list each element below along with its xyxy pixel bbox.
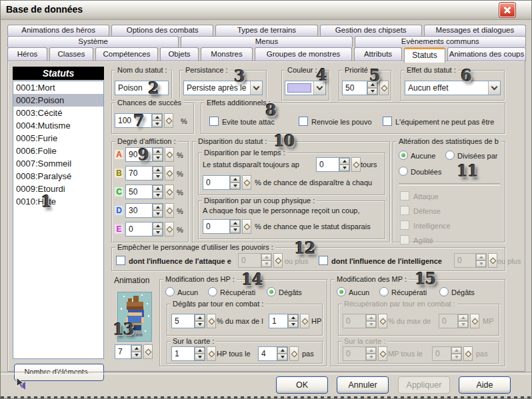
radio-doublees[interactable] [399, 167, 408, 176]
spin-up-button[interactable] [153, 204, 163, 210]
spin-down-button[interactable] [153, 173, 163, 180]
spin-up-button[interactable] [195, 314, 205, 321]
spin-extra-button[interactable] [351, 157, 361, 172]
reflect-skills-checkbox[interactable] [299, 117, 308, 126]
tab-groupes-de-monstres[interactable]: Groupes de monstres [255, 47, 352, 61]
spin-down-button[interactable] [153, 210, 163, 217]
spin-up-button[interactable] [153, 185, 163, 192]
spin-extra-button[interactable] [207, 314, 216, 328]
spin-down-button[interactable] [153, 192, 163, 199]
spin-extra-button[interactable] [164, 113, 173, 128]
hp-map-steps-value[interactable]: 4 [258, 346, 277, 361]
spin-extra-button[interactable] [165, 147, 174, 162]
hp-map-steps-spinner[interactable]: 4 [258, 346, 299, 361]
mp-flat-spinner-disabled[interactable]: 0 [439, 314, 479, 328]
spin-extra-button[interactable] [470, 314, 479, 328]
spin-down-button[interactable] [261, 260, 271, 267]
spin-extra-button[interactable] [165, 203, 174, 218]
rank-d-spinner[interactable]: 30 [125, 203, 174, 218]
spin-extra-button[interactable] [488, 253, 497, 268]
status-list[interactable]: 0001:Mort 0002:Poison 0003:Cécité 0004:M… [13, 81, 104, 359]
spin-down-button[interactable] [230, 226, 240, 233]
spin-up-button[interactable] [195, 347, 205, 354]
chance-per-turn-spinner[interactable]: 0 [203, 175, 251, 190]
hp-radio-degats[interactable] [267, 287, 276, 296]
status-name-input[interactable]: Poison [115, 81, 169, 95]
animation-id-spinner[interactable]: 7 [115, 344, 153, 359]
tab-menus[interactable]: Menus [181, 36, 352, 47]
list-item[interactable]: 0005:Furie [13, 132, 103, 145]
spin-extra-button[interactable] [242, 219, 251, 234]
mp-radio-aucun[interactable] [337, 287, 346, 296]
spin-up-button[interactable] [366, 347, 376, 354]
list-item[interactable]: 0010:Hâte [13, 195, 103, 208]
hp-damage-percent-spinner[interactable]: 5 [171, 314, 216, 328]
tab-monstres[interactable]: Monstres [201, 47, 253, 61]
list-item-selected[interactable]: 0002:Poison [13, 94, 103, 107]
spin-extra-button[interactable] [143, 344, 153, 359]
rank-c-value[interactable]: 50 [125, 185, 152, 199]
list-item[interactable]: 0007:Sommeil [13, 157, 103, 170]
tab-attributs[interactable]: Attributs [354, 47, 402, 61]
spin-down-button[interactable] [367, 88, 377, 95]
list-item[interactable]: 0001:Mort [13, 81, 103, 94]
tab-gestion-des-chipsets[interactable]: Gestion des chipsets [320, 25, 422, 36]
hp-damage-percent-value[interactable]: 5 [171, 314, 194, 328]
title-bar[interactable]: Base de données [1, 1, 531, 20]
ok-button[interactable]: OK [276, 376, 328, 394]
rank-b-spinner[interactable]: 70 [125, 166, 174, 181]
tab-statuts[interactable]: Statuts [404, 47, 445, 63]
defense-checkbox-disabled[interactable] [400, 206, 409, 215]
attack-threshold-value[interactable]: 0 [238, 253, 261, 268]
spin-up-button[interactable] [153, 148, 163, 155]
tab-heros[interactable]: Héros [7, 47, 47, 61]
mp-map-steps-value[interactable]: 0 [432, 346, 451, 361]
spin-up-button[interactable] [476, 254, 486, 260]
tab-animations-des-coups[interactable]: Animations des coups [447, 47, 526, 61]
radio-divisees-par[interactable] [445, 151, 455, 160]
hp-map-amount-spinner[interactable]: 1 [171, 346, 216, 361]
list-item[interactable]: 0006:Folie [13, 145, 103, 157]
tab-objets[interactable]: Objets [160, 47, 199, 61]
priorite-spinner[interactable]: 50 [342, 81, 389, 95]
attack-checkbox-disabled[interactable] [400, 191, 409, 200]
spin-down-button[interactable] [131, 352, 141, 358]
turns-spinner[interactable]: 0 [316, 157, 361, 172]
spin-extra-button[interactable] [165, 222, 174, 236]
list-item[interactable]: 0004:Mutisme [13, 119, 103, 132]
spin-up-button[interactable] [261, 254, 271, 260]
mp-map-amount-spinner-disabled[interactable]: 0 [343, 346, 387, 361]
apply-button-disabled[interactable]: Appliquer [398, 376, 450, 394]
chance-on-hit-spinner[interactable]: 0 [203, 219, 251, 234]
list-item[interactable]: 0003:Cécité [13, 107, 103, 119]
spin-extra-button[interactable] [165, 185, 174, 199]
tab-types-de-terrains[interactable]: Types de terrains [215, 25, 317, 36]
rank-e-value[interactable]: 0 [125, 222, 152, 236]
spin-down-button[interactable] [152, 121, 162, 127]
spin-down-button[interactable] [153, 229, 163, 236]
hp-damage-flat-value[interactable]: 1 [269, 314, 287, 328]
rank-e-spinner[interactable]: 0 [125, 222, 174, 236]
spin-extra-button[interactable] [463, 346, 473, 361]
rank-b-value[interactable]: 70 [125, 166, 152, 181]
spin-extra-button[interactable] [273, 253, 283, 268]
radio-aucune[interactable] [399, 151, 408, 160]
intelligence-threshold-value[interactable]: 0 [454, 253, 475, 268]
spin-extra-button[interactable] [242, 175, 251, 190]
agility-checkbox-disabled[interactable] [400, 235, 409, 244]
hp-radio-aucun[interactable] [165, 287, 175, 296]
spin-down-button[interactable] [288, 321, 298, 328]
spin-down-button[interactable] [366, 354, 376, 360]
tab-competences[interactable]: Compétences [95, 47, 158, 61]
spin-extra-button[interactable] [207, 346, 216, 361]
spin-up-button[interactable] [458, 314, 468, 321]
attack-threshold-spinner-disabled[interactable]: 0 [238, 253, 283, 268]
spin-extra-button[interactable] [379, 81, 389, 95]
equipment-lock-checkbox[interactable] [383, 117, 392, 126]
rank-a-spinner[interactable]: 90 [125, 147, 174, 162]
mp-map-steps-spinner-disabled[interactable]: 0 [432, 346, 473, 361]
spin-up-button[interactable] [153, 222, 163, 229]
persistance-select[interactable]: Persiste après le [183, 81, 263, 95]
turns-value[interactable]: 0 [316, 157, 339, 172]
spin-up-button[interactable] [288, 314, 298, 321]
